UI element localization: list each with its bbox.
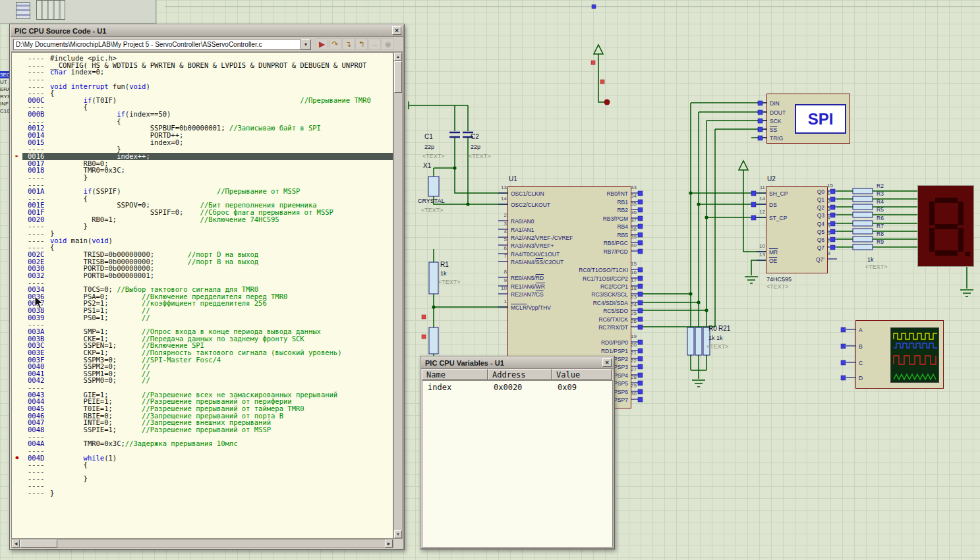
probe-marker[interactable] xyxy=(841,327,846,332)
code-line[interactable]: ---- xyxy=(12,76,393,83)
source-file-combobox[interactable]: D:\My Documents\MicrochipLAB\My Project … xyxy=(13,39,301,50)
code-line[interactable]: ---- { xyxy=(12,461,393,468)
code-line[interactable]: ---- xyxy=(12,447,393,455)
run-to-cursor-icon[interactable]: → xyxy=(368,38,381,50)
scroll-up-icon[interactable]: ▲ xyxy=(394,53,402,61)
proteus-schematic-canvas[interactable]: 3ECUTERARYSINFC10 13OSC1/CLKIN14OSC2/CLK… xyxy=(0,0,980,560)
crystal-symbol[interactable] xyxy=(428,177,439,196)
step-over-icon[interactable]: ↷ xyxy=(329,38,341,50)
code-line[interactable]: ---- } xyxy=(12,174,393,181)
pin-dout: DOUT xyxy=(770,109,786,116)
resistor-pulldown[interactable] xyxy=(695,327,702,355)
variables-column-header[interactable]: Name xyxy=(422,369,488,380)
object-selector-item[interactable]: C10 xyxy=(0,107,10,115)
probe-marker[interactable] xyxy=(638,249,643,254)
resistor-network-element[interactable] xyxy=(853,229,873,234)
seven-segment-display[interactable] xyxy=(917,185,974,267)
code-line-current[interactable]: ►0016 index++; xyxy=(12,153,393,160)
scroll-left-icon[interactable]: ◀ xyxy=(12,540,20,547)
probe-marker[interactable] xyxy=(758,127,763,132)
code-line[interactable]: ----void interrupt fun(void) xyxy=(12,83,393,90)
toolbar-icon-fragment[interactable] xyxy=(36,0,65,20)
pin-rb5: 38RB5 xyxy=(617,232,628,238)
pin-oe: 13OE xyxy=(769,258,777,264)
horizontal-scrollbar[interactable]: ◀ ▶ xyxy=(11,539,393,548)
code-line[interactable]: ---- } xyxy=(12,475,393,482)
probe-marker[interactable] xyxy=(758,101,763,105)
resistor-pulldown[interactable] xyxy=(687,327,694,355)
object-selector-item[interactable]: UT xyxy=(0,78,10,86)
vertical-scrollbar[interactable]: ▲ ▼ xyxy=(393,52,403,539)
probe-marker[interactable] xyxy=(751,191,756,196)
probe-marker[interactable] xyxy=(841,360,846,365)
code-line[interactable]: ----char index=0; xyxy=(12,69,393,76)
line-margin xyxy=(12,167,22,174)
resistor-network-element[interactable] xyxy=(853,221,873,226)
code-line[interactable]: 0032 PORTB=0b00000001; xyxy=(12,272,393,279)
scroll-right-icon[interactable]: ▶ xyxy=(385,540,393,547)
ground-symbol xyxy=(692,380,705,387)
close-icon[interactable]: ✕ xyxy=(602,358,612,367)
code-line[interactable]: 0039 PS0=1; // xyxy=(12,314,393,322)
probe-marker[interactable] xyxy=(758,110,763,115)
probe-marker[interactable] xyxy=(751,215,756,220)
resistor-network-element[interactable] xyxy=(853,212,873,217)
object-selector-item[interactable]: 3EC xyxy=(0,71,10,78)
spi-debugger[interactable]: SPI DINDOUTSCKSSTRIG xyxy=(766,94,850,144)
pin-rb6-pgc: 39RB6/PGC xyxy=(604,240,628,246)
resistor-network-element[interactable] xyxy=(853,244,873,250)
probe-marker[interactable] xyxy=(841,344,846,349)
code-area[interactable]: ----#include <pic.h>----__CONFIG( HS & W… xyxy=(11,52,393,539)
probe-marker[interactable] xyxy=(830,245,835,250)
run-icon[interactable]: ▶ xyxy=(316,38,328,50)
code-address: 0032 xyxy=(22,272,50,279)
resistor-network-element[interactable] xyxy=(853,196,873,202)
source-window-titlebar[interactable]: PIC CPU Source Code - U1 ✕ xyxy=(11,25,403,37)
oscilloscope[interactable]: ABCD xyxy=(855,320,944,389)
chevron-down-icon[interactable]: ▼ xyxy=(301,39,311,50)
object-selector-item[interactable]: RYS xyxy=(0,93,10,100)
component-u2-74hc595[interactable]: 11SH_CP14DS12ST_CP10MR13OE15Q01Q12Q23Q34… xyxy=(766,186,828,273)
probe-marker[interactable] xyxy=(841,376,846,380)
probe-marker[interactable] xyxy=(758,136,763,140)
probe-marker[interactable] xyxy=(422,335,426,339)
scrollbar-thumb[interactable] xyxy=(394,61,402,93)
line-margin xyxy=(12,398,22,405)
close-icon[interactable]: ✕ xyxy=(392,26,401,35)
scope-waveforms xyxy=(891,328,940,383)
probe-marker[interactable] xyxy=(638,325,643,329)
resistor-r1[interactable] xyxy=(429,262,438,294)
breakpoint-icon[interactable]: ● xyxy=(12,455,22,462)
probe-marker[interactable] xyxy=(638,397,643,402)
scroll-down-icon[interactable]: ▼ xyxy=(394,530,402,538)
scrollbar-thumb[interactable] xyxy=(20,540,57,547)
step-into-icon[interactable]: ↴ xyxy=(342,38,355,50)
object-selector-item[interactable]: INF xyxy=(0,100,10,107)
object-selector-item[interactable]: ERA xyxy=(0,86,10,93)
code-line[interactable]: 004A TMR0=0x3C;//Задержка прерывания 10м… xyxy=(12,440,393,447)
code-line[interactable]: ----void main(void) xyxy=(12,237,393,244)
component-ref: C1 xyxy=(424,133,433,140)
resistor-network-element[interactable] xyxy=(853,188,873,194)
probe-marker[interactable] xyxy=(751,202,756,207)
resistor-network-element[interactable] xyxy=(853,237,873,242)
probe-marker[interactable] xyxy=(422,315,426,319)
variables-column-header[interactable]: Address xyxy=(488,369,552,380)
toolbar-icon-fragment[interactable] xyxy=(16,2,30,19)
variables-column-header[interactable]: Value xyxy=(552,369,612,380)
step-out-icon[interactable]: ↰ xyxy=(355,38,368,50)
resistor-network-element[interactable] xyxy=(853,204,873,210)
probe-marker[interactable] xyxy=(592,5,596,9)
code-line[interactable]: ---- xyxy=(12,482,393,490)
code-line[interactable]: 0042 SSPM0=0; // xyxy=(12,377,393,384)
variable-row[interactable]: index0x00200x09 xyxy=(422,381,612,393)
code-line[interactable]: 0048 SSPIE=1; //Разрешение прерываний от… xyxy=(12,426,393,434)
probe-marker[interactable] xyxy=(758,119,763,123)
variables-window-titlebar[interactable]: PIC CPU Variables - U1 ✕ xyxy=(421,357,614,369)
probe-marker[interactable] xyxy=(600,80,604,84)
resistor-lower[interactable] xyxy=(429,327,438,354)
probe-marker[interactable] xyxy=(591,61,595,65)
code-line[interactable]: ---- } xyxy=(12,223,393,230)
toggle-breakpoint-icon[interactable]: ◉ xyxy=(382,38,394,50)
code-line[interactable]: ----} xyxy=(12,490,393,497)
